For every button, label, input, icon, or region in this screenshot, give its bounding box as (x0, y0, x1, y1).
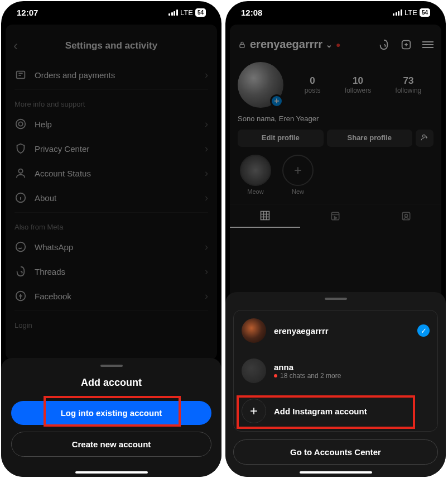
grid-icon (259, 210, 271, 221)
add-highlight-icon: + (282, 155, 314, 186)
row-whatsapp[interactable]: WhatsApp › (6, 235, 217, 259)
sheet-grabber[interactable] (325, 298, 347, 300)
whatsapp-icon (15, 241, 27, 253)
highlight-meow[interactable]: Meow (240, 155, 271, 195)
login-existing-button[interactable]: Log into existing account (11, 401, 211, 425)
profile-background: erenyaegarrrr ⌄ ● + 0 posts 10 (230, 25, 441, 304)
chevron-right-icon: › (205, 69, 208, 81)
divider (15, 310, 208, 311)
share-profile-button[interactable]: Share profile (327, 130, 413, 147)
row-facebook[interactable]: Facebook › (6, 284, 217, 308)
add-story-icon[interactable]: + (270, 94, 283, 108)
stat-followers[interactable]: 10 followers (345, 75, 371, 94)
divider (15, 89, 208, 90)
account-switcher-sheet: erenyaegarrrr ✓ anna 18 chats and 2 more… (225, 292, 446, 477)
battery-icon: 54 (195, 8, 206, 17)
network-label: LTE (404, 8, 417, 17)
create-icon[interactable] (400, 39, 412, 51)
avatar (242, 318, 266, 343)
username-dropdown[interactable]: erenyaegarrrr ⌄ ● (238, 38, 372, 51)
page-title: Settings and activity (6, 40, 217, 51)
status-time: 12:08 (241, 8, 262, 17)
battery-icon: 54 (420, 8, 430, 17)
chevron-down-icon: ⌄ (326, 40, 333, 49)
help-icon (15, 118, 27, 130)
status-bar: 12:07 LTE 54 (1, 1, 221, 21)
facebook-icon (15, 290, 27, 302)
home-indicator[interactable] (75, 471, 148, 474)
plus-icon: + (242, 399, 266, 423)
threads-icon[interactable] (378, 39, 390, 51)
tagged-icon (401, 211, 412, 222)
profile-bio: Sono nama, Eren Yeager (230, 114, 441, 130)
svg-rect-12 (402, 212, 410, 219)
row-threads[interactable]: Threads › (6, 259, 217, 284)
stat-following[interactable]: 73 following (396, 75, 422, 94)
highlight-thumbnail (240, 155, 271, 186)
section-more-info: More info and support (6, 92, 217, 112)
info-icon (15, 192, 27, 204)
shield-icon (15, 142, 27, 155)
add-instagram-account-row[interactable]: + Add Instagram account (234, 391, 437, 431)
svg-rect-7 (240, 44, 244, 47)
status-time: 12:07 (17, 8, 38, 17)
highlight-new[interactable]: + New (282, 155, 314, 195)
svg-point-13 (404, 214, 407, 217)
username-label: erenyaegarrrr (250, 38, 322, 51)
story-highlights: Meow + New (230, 155, 441, 204)
header-actions (378, 39, 433, 51)
status-indicators: LTE 54 (168, 8, 206, 17)
section-also-meta: Also from Meta (6, 215, 217, 235)
phone-right-profile: 12:08 LTE 54 erenyaegarrrr ⌄ ● + (225, 1, 446, 477)
settings-background: ‹ Settings and activity Orders and payme… (6, 25, 217, 360)
svg-point-2 (18, 122, 22, 126)
edit-profile-button[interactable]: Edit profile (238, 130, 324, 147)
profile-action-buttons: Edit profile Share profile (230, 130, 441, 155)
row-account-status[interactable]: Account Status › (6, 161, 217, 185)
orders-icon (15, 69, 27, 81)
threads-icon (15, 265, 27, 278)
sheet-grabber[interactable] (100, 365, 123, 367)
tab-reels[interactable] (300, 204, 370, 228)
chevron-right-icon: › (205, 241, 208, 253)
add-person-icon (421, 133, 428, 141)
stats: 0 posts 10 followers 73 following (292, 75, 433, 94)
stat-posts[interactable]: 0 posts (305, 75, 321, 94)
row-about[interactable]: About › (6, 185, 217, 210)
divider (15, 212, 208, 213)
chevron-right-icon: › (205, 118, 208, 130)
add-account-sheet: Add account Log into existing account Cr… (1, 358, 221, 477)
tab-grid[interactable] (230, 204, 300, 228)
create-account-button[interactable]: Create new account (11, 432, 211, 457)
account-row-anna[interactable]: anna 18 chats and 2 more (234, 351, 437, 391)
discover-people-button[interactable] (416, 130, 433, 147)
status-bar: 12:08 LTE 54 (225, 1, 446, 21)
profile-tabs (230, 204, 441, 228)
svg-point-1 (16, 120, 26, 129)
chevron-right-icon: › (205, 143, 208, 155)
profile-avatar[interactable]: + (238, 62, 283, 108)
profile-stats-row: + 0 posts 10 followers 73 following (230, 60, 441, 114)
add-account-label: Add Instagram account (274, 407, 430, 416)
sheet-title: Add account (11, 377, 211, 389)
accounts-center-button[interactable]: Go to Accounts Center (233, 439, 438, 465)
row-help[interactable]: Help › (6, 112, 217, 136)
section-login: Login (6, 313, 217, 337)
row-orders-payments[interactable]: Orders and payments › (6, 63, 217, 87)
chevron-right-icon: › (205, 192, 208, 204)
signal-icon (168, 9, 178, 16)
signal-icon (393, 9, 402, 16)
account-row-current[interactable]: erenyaegarrrr ✓ (234, 310, 437, 351)
person-icon (15, 167, 27, 179)
settings-header: ‹ Settings and activity (6, 32, 217, 63)
unread-dot-icon (274, 374, 277, 377)
menu-icon[interactable] (422, 41, 433, 48)
svg-point-9 (423, 135, 426, 137)
chevron-right-icon: › (205, 290, 208, 302)
home-indicator[interactable] (300, 471, 372, 474)
svg-rect-10 (261, 212, 269, 220)
row-privacy-center[interactable]: Privacy Center › (6, 136, 217, 161)
account-name: anna (274, 362, 430, 372)
tab-tagged[interactable] (371, 204, 441, 228)
account-name: erenyaegarrrr (274, 326, 410, 336)
